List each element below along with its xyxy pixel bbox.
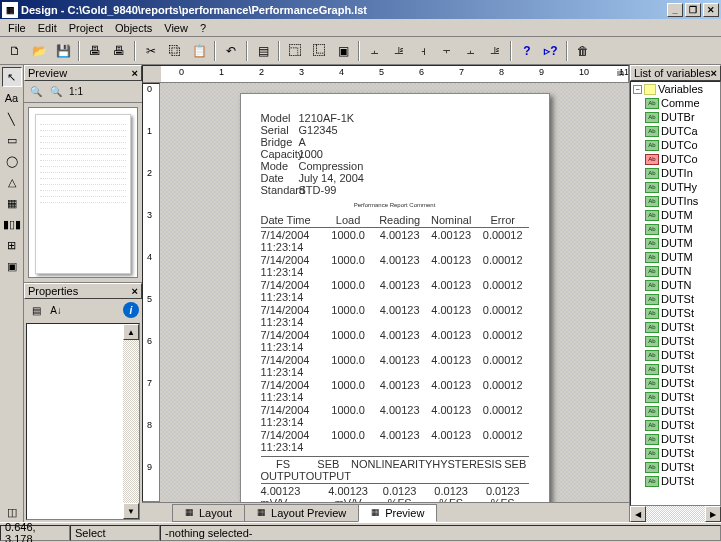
text-tool-icon[interactable]: Aa (2, 88, 22, 108)
variable-item[interactable]: AbDUTM (631, 236, 720, 250)
undo-icon[interactable]: ↶ (220, 40, 242, 62)
tool-palette: ↖ Aa ╲ ▭ ◯ △ ▦ ▮▯▮ ⊞ ▣ ◫ (0, 65, 24, 522)
align-middle-icon[interactable]: ⫠ (460, 40, 482, 62)
preview-thumbnail[interactable] (28, 107, 138, 278)
variable-item[interactable]: AbDUTIns (631, 194, 720, 208)
variable-item[interactable]: AbDUTCa (631, 124, 720, 138)
variable-item[interactable]: AbDUTSt (631, 334, 720, 348)
minimize-button[interactable]: _ (667, 3, 683, 17)
variable-item[interactable]: AbDUTM (631, 222, 720, 236)
align-right-icon[interactable]: ⫞ (412, 40, 434, 62)
preview-close-icon[interactable]: × (132, 67, 138, 79)
menu-file[interactable]: File (2, 20, 32, 36)
align-center-icon[interactable]: ⫡ (388, 40, 410, 62)
variable-item[interactable]: AbDUTSt (631, 306, 720, 320)
variable-item[interactable]: AbDUTCo (631, 152, 720, 166)
barcode-tool-icon[interactable]: ▮▯▮ (2, 214, 22, 234)
image-tool-icon[interactable]: ▦ (2, 193, 22, 213)
ruler-vertical[interactable]: 012345678910 (142, 83, 160, 502)
align-top-icon[interactable]: ⫟ (436, 40, 458, 62)
categorize-icon[interactable]: ▤ (27, 301, 45, 319)
scroll-left-icon[interactable]: ◀ (630, 506, 646, 522)
align-left-icon[interactable]: ⫠ (364, 40, 386, 62)
chart-tool-icon[interactable]: ▣ (2, 256, 22, 276)
ruler-horizontal[interactable]: 01234567891011 in (142, 65, 629, 83)
open-icon[interactable]: 📂 (28, 40, 50, 62)
variables-tree[interactable]: −VariablesAbCommeAbDUTBrAbDUTCaAbDUTCoAb… (630, 81, 721, 506)
menu-project[interactable]: Project (63, 20, 109, 36)
variable-item[interactable]: AbDUTSt (631, 292, 720, 306)
variable-item[interactable]: AbDUTSt (631, 404, 720, 418)
variable-item[interactable]: AbDUTSt (631, 418, 720, 432)
variables-hscroll[interactable]: ◀ ▶ (630, 506, 721, 522)
print-preview-icon[interactable]: 🖶 (108, 40, 130, 62)
table-tool-icon[interactable]: ⊞ (2, 235, 22, 255)
variable-item[interactable]: AbDUTIn (631, 166, 720, 180)
info-icon[interactable]: i (123, 302, 139, 318)
properties-close-icon[interactable]: × (132, 285, 138, 297)
variable-item[interactable]: AbDUTSt (631, 446, 720, 460)
menu-help[interactable]: ? (194, 20, 212, 36)
ellipse-tool-icon[interactable]: ◯ (2, 151, 22, 171)
tab-layout-preview[interactable]: ▦Layout Preview (244, 504, 359, 522)
menu-edit[interactable]: Edit (32, 20, 63, 36)
tab-layout[interactable]: ▦Layout (172, 504, 245, 522)
rect-tool-icon[interactable]: ▭ (2, 130, 22, 150)
tab-preview[interactable]: ▦Preview (358, 504, 437, 522)
menu-view[interactable]: View (158, 20, 194, 36)
variable-item[interactable]: AbComme (631, 96, 720, 110)
scroll-down-icon[interactable]: ▼ (123, 503, 139, 519)
variable-item[interactable]: AbDUTBr (631, 110, 720, 124)
variable-item[interactable]: AbDUTCo (631, 138, 720, 152)
variable-item[interactable]: AbDUTSt (631, 362, 720, 376)
group-icon[interactable]: ⿹ (284, 40, 306, 62)
help-icon[interactable]: ? (516, 40, 538, 62)
polygon-tool-icon[interactable]: △ (2, 172, 22, 192)
preview-toolbar: 🔍 🔍 1:1 (24, 81, 142, 103)
delete-icon[interactable]: 🗑 (572, 40, 594, 62)
zoom-out-icon[interactable]: 🔍 (47, 83, 65, 101)
variable-item[interactable]: AbDUTSt (631, 460, 720, 474)
variable-item[interactable]: AbDUTSt (631, 474, 720, 488)
zoom-fit-icon[interactable]: 1:1 (67, 83, 85, 101)
layer-tool-icon[interactable]: ◫ (2, 502, 22, 522)
variable-item[interactable]: AbDUTN (631, 278, 720, 292)
maximize-button[interactable]: ❐ (685, 3, 701, 17)
align-icon[interactable]: ▤ (252, 40, 274, 62)
properties-panel-header: Properties × (24, 283, 142, 299)
sort-az-icon[interactable]: A↓ (47, 301, 65, 319)
print-icon[interactable]: 🖶 (84, 40, 106, 62)
align-bottom-icon[interactable]: ⫡ (484, 40, 506, 62)
scroll-right-icon[interactable]: ▶ (705, 506, 721, 522)
report-page[interactable]: Model1210AF-1KSerialG12345BridgeACapacit… (240, 93, 550, 502)
menu-bar: File Edit Project Objects View ? (0, 19, 721, 37)
properties-list[interactable]: ▲ ▼ (26, 323, 140, 520)
variable-item[interactable]: AbDUTSt (631, 348, 720, 362)
variable-item[interactable]: AbDUTHy (631, 180, 720, 194)
variable-item[interactable]: AbDUTSt (631, 432, 720, 446)
variable-item[interactable]: AbDUTM (631, 208, 720, 222)
status-mode: Select (70, 525, 160, 541)
close-button[interactable]: ✕ (703, 3, 719, 17)
variable-item[interactable]: AbDUTSt (631, 320, 720, 334)
new-icon[interactable]: 🗋 (4, 40, 26, 62)
ungroup-icon[interactable]: ⿺ (308, 40, 330, 62)
variables-close-icon[interactable]: × (711, 67, 717, 79)
front-icon[interactable]: ▣ (332, 40, 354, 62)
paste-icon[interactable]: 📋 (188, 40, 210, 62)
zoom-in-icon[interactable]: 🔍 (27, 83, 45, 101)
variable-item[interactable]: AbDUTSt (631, 390, 720, 404)
canvas[interactable]: Model1210AF-1KSerialG12345BridgeACapacit… (160, 83, 629, 502)
cut-icon[interactable]: ✂ (140, 40, 162, 62)
variable-item[interactable]: AbDUTSt (631, 376, 720, 390)
properties-scrollbar[interactable]: ▲ ▼ (123, 324, 139, 519)
save-icon[interactable]: 💾 (52, 40, 74, 62)
copy-icon[interactable]: ⿻ (164, 40, 186, 62)
variable-item[interactable]: AbDUTN (631, 264, 720, 278)
variable-item[interactable]: AbDUTM (631, 250, 720, 264)
menu-objects[interactable]: Objects (109, 20, 158, 36)
select-tool-icon[interactable]: ↖ (2, 67, 22, 87)
line-tool-icon[interactable]: ╲ (2, 109, 22, 129)
context-help-icon[interactable]: ▹? (540, 40, 562, 62)
scroll-up-icon[interactable]: ▲ (123, 324, 139, 340)
